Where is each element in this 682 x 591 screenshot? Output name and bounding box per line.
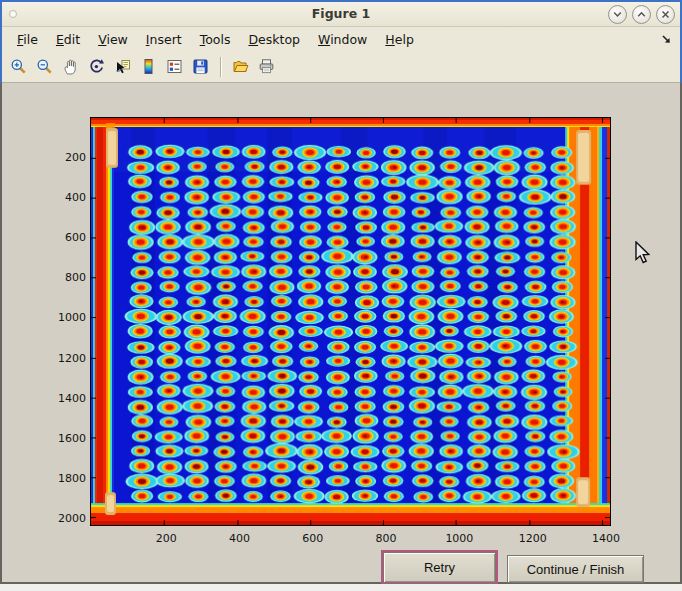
legend-button[interactable] bbox=[164, 56, 185, 77]
continue-finish-button-label: Continue / Finish bbox=[527, 562, 625, 577]
maximize-button[interactable] bbox=[632, 5, 651, 24]
y-tick-label: 600 bbox=[46, 231, 86, 244]
y-tick-label: 1000 bbox=[46, 311, 86, 324]
close-icon bbox=[660, 9, 671, 20]
colorbar-button[interactable] bbox=[138, 56, 159, 77]
y-tick-label: 1800 bbox=[46, 472, 86, 485]
legend-icon bbox=[166, 58, 183, 75]
menu-insert[interactable]: Insert bbox=[137, 30, 191, 49]
menu-view[interactable]: View bbox=[89, 30, 137, 49]
titlebar[interactable]: Figure 1 bbox=[2, 2, 680, 27]
dock-arrow-icon[interactable] bbox=[661, 33, 672, 48]
x-tick-label: 1200 bbox=[513, 532, 553, 545]
y-tick-label: 800 bbox=[46, 271, 86, 284]
plate-heatmap-image[interactable] bbox=[90, 117, 611, 526]
zoom-in-button[interactable] bbox=[8, 56, 29, 77]
chevron-up-icon bbox=[636, 9, 647, 20]
zoom-in-icon bbox=[10, 58, 27, 75]
y-tick-label: 200 bbox=[46, 151, 86, 164]
rotate-3d-icon bbox=[88, 58, 105, 75]
menu-desktop[interactable]: Desktop bbox=[239, 30, 309, 49]
open-folder-icon bbox=[232, 58, 249, 75]
window-controls bbox=[608, 5, 675, 24]
x-tick-label: 1400 bbox=[586, 532, 626, 545]
y-tick-label: 1400 bbox=[46, 392, 86, 405]
open-folder-button[interactable] bbox=[230, 56, 251, 77]
print-icon bbox=[258, 58, 275, 75]
close-button[interactable] bbox=[656, 5, 675, 24]
pan-button[interactable] bbox=[60, 56, 81, 77]
save-icon bbox=[192, 58, 209, 75]
figure-window: Figure 1 F bbox=[0, 0, 682, 591]
menu-tools[interactable]: Tools bbox=[191, 30, 240, 49]
retry-button[interactable]: Retry bbox=[383, 552, 496, 583]
colorbar-icon bbox=[140, 58, 157, 75]
menu-file[interactable]: File bbox=[8, 30, 47, 49]
window-bottom-edge bbox=[0, 584, 682, 591]
y-tick-label: 1600 bbox=[46, 432, 86, 445]
x-tick-label: 200 bbox=[146, 532, 186, 545]
minimize-button[interactable] bbox=[608, 5, 627, 24]
menu-window[interactable]: Window bbox=[309, 30, 376, 49]
x-tick-label: 400 bbox=[220, 532, 260, 545]
print-button[interactable] bbox=[256, 56, 277, 77]
window-chrome: Figure 1 F bbox=[0, 0, 682, 83]
menu-edit[interactable]: Edit bbox=[47, 30, 89, 49]
zoom-out-button[interactable] bbox=[34, 56, 55, 77]
data-cursor-icon bbox=[114, 58, 131, 75]
data-cursor-button[interactable] bbox=[112, 56, 133, 77]
retry-button-label: Retry bbox=[424, 560, 455, 575]
pan-hand-icon bbox=[62, 58, 79, 75]
rotate-3d-button[interactable] bbox=[86, 56, 107, 77]
y-tick-label: 400 bbox=[46, 191, 86, 204]
window-title: Figure 1 bbox=[2, 6, 680, 21]
menubar: FileEditViewInsertToolsDesktopWindowHelp bbox=[2, 27, 680, 51]
toolbar bbox=[2, 51, 680, 83]
toolbar-separator bbox=[220, 57, 221, 77]
chevron-down-icon bbox=[612, 9, 623, 20]
continue-finish-button[interactable]: Continue / Finish bbox=[507, 555, 644, 583]
save-button[interactable] bbox=[190, 56, 211, 77]
x-tick-label: 800 bbox=[366, 532, 406, 545]
x-tick-label: 1000 bbox=[439, 532, 479, 545]
y-tick-label: 2000 bbox=[46, 512, 86, 525]
menu-help[interactable]: Help bbox=[376, 30, 423, 49]
zoom-out-icon bbox=[36, 58, 53, 75]
x-tick-label: 600 bbox=[293, 532, 333, 545]
y-tick-label: 1200 bbox=[46, 352, 86, 365]
